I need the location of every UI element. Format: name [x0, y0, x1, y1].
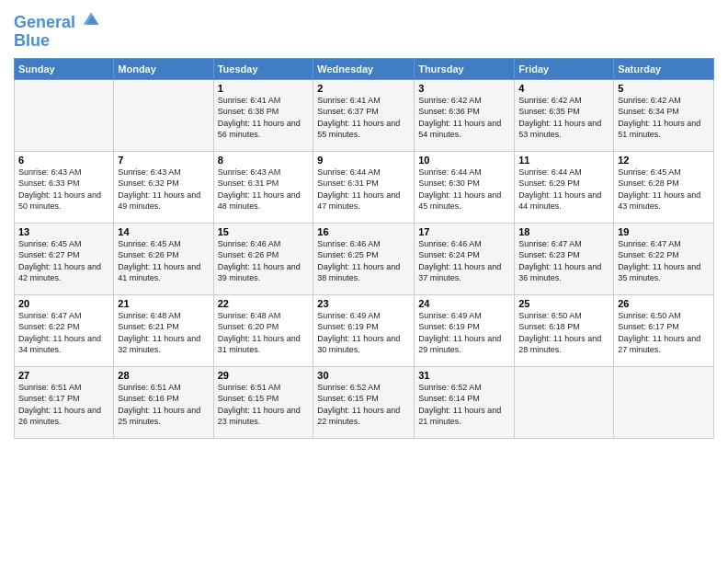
- day-info: Sunrise: 6:43 AMSunset: 6:33 PMDaylight:…: [18, 167, 109, 213]
- calendar-cell: 7Sunrise: 6:43 AMSunset: 6:32 PMDaylight…: [114, 151, 213, 223]
- day-info: Sunrise: 6:51 AMSunset: 6:15 PMDaylight:…: [218, 382, 310, 428]
- day-info: Sunrise: 6:51 AMSunset: 6:16 PMDaylight:…: [118, 382, 209, 428]
- day-number: 3: [418, 83, 510, 94]
- day-info: Sunrise: 6:44 AMSunset: 6:29 PMDaylight:…: [518, 167, 609, 213]
- day-number: 31: [418, 370, 510, 381]
- day-info: Sunrise: 6:47 AMSunset: 6:22 PMDaylight:…: [18, 310, 109, 356]
- calendar-cell: 17Sunrise: 6:46 AMSunset: 6:24 PMDayligh…: [415, 223, 515, 294]
- day-info: Sunrise: 6:46 AMSunset: 6:24 PMDaylight:…: [418, 238, 510, 284]
- calendar-cell: 2Sunrise: 6:41 AMSunset: 6:37 PMDaylight…: [313, 79, 415, 151]
- calendar-cell: [614, 366, 714, 438]
- day-number: 10: [418, 155, 510, 166]
- day-number: 6: [18, 155, 109, 166]
- day-number: 27: [18, 370, 109, 381]
- calendar-cell: 8Sunrise: 6:43 AMSunset: 6:31 PMDaylight…: [213, 151, 313, 223]
- calendar-cell: 16Sunrise: 6:46 AMSunset: 6:25 PMDayligh…: [313, 223, 415, 294]
- day-number: 18: [518, 226, 609, 237]
- day-number: 28: [118, 370, 209, 381]
- calendar-cell: 30Sunrise: 6:52 AMSunset: 6:15 PMDayligh…: [313, 366, 415, 438]
- day-number: 7: [118, 155, 209, 166]
- day-info: Sunrise: 6:41 AMSunset: 6:37 PMDaylight:…: [317, 95, 410, 141]
- main-container: General Blue SundayMondayTuesdayWed: [0, 0, 728, 443]
- calendar-table: SundayMondayTuesdayWednesdayThursdayFrid…: [14, 58, 714, 439]
- calendar-week-5: 27Sunrise: 6:51 AMSunset: 6:17 PMDayligh…: [15, 366, 714, 438]
- calendar-cell: 1Sunrise: 6:41 AMSunset: 6:38 PMDaylight…: [213, 79, 313, 151]
- day-number: 4: [518, 83, 609, 94]
- calendar-cell: 12Sunrise: 6:45 AMSunset: 6:28 PMDayligh…: [614, 151, 714, 223]
- calendar-cell: 26Sunrise: 6:50 AMSunset: 6:17 PMDayligh…: [614, 294, 714, 366]
- calendar-cell: 23Sunrise: 6:49 AMSunset: 6:19 PMDayligh…: [313, 294, 415, 366]
- day-number: 24: [418, 298, 510, 309]
- calendar-cell: 6Sunrise: 6:43 AMSunset: 6:33 PMDaylight…: [15, 151, 114, 223]
- day-number: 29: [218, 370, 310, 381]
- day-info: Sunrise: 6:46 AMSunset: 6:26 PMDaylight:…: [218, 238, 310, 284]
- day-info: Sunrise: 6:45 AMSunset: 6:26 PMDaylight:…: [118, 238, 209, 284]
- day-number: 25: [518, 298, 609, 309]
- calendar-header-wednesday: Wednesday: [313, 58, 415, 79]
- calendar-cell: 25Sunrise: 6:50 AMSunset: 6:18 PMDayligh…: [515, 294, 614, 366]
- day-number: 22: [218, 298, 310, 309]
- day-info: Sunrise: 6:41 AMSunset: 6:38 PMDaylight:…: [218, 95, 310, 141]
- calendar-cell: 21Sunrise: 6:48 AMSunset: 6:21 PMDayligh…: [114, 294, 213, 366]
- day-info: Sunrise: 6:50 AMSunset: 6:17 PMDaylight:…: [618, 310, 710, 356]
- calendar-header-row: SundayMondayTuesdayWednesdayThursdayFrid…: [15, 58, 714, 79]
- calendar-cell: 3Sunrise: 6:42 AMSunset: 6:36 PMDaylight…: [415, 79, 515, 151]
- calendar-header-friday: Friday: [515, 58, 614, 79]
- calendar-cell: 11Sunrise: 6:44 AMSunset: 6:29 PMDayligh…: [515, 151, 614, 223]
- calendar-cell: 5Sunrise: 6:42 AMSunset: 6:34 PMDaylight…: [614, 79, 714, 151]
- calendar-cell: [515, 366, 614, 438]
- calendar-cell: 19Sunrise: 6:47 AMSunset: 6:22 PMDayligh…: [614, 223, 714, 294]
- calendar-cell: 20Sunrise: 6:47 AMSunset: 6:22 PMDayligh…: [15, 294, 114, 366]
- day-info: Sunrise: 6:52 AMSunset: 6:15 PMDaylight:…: [317, 382, 410, 428]
- logo: General Blue: [14, 9, 100, 51]
- day-number: 23: [317, 298, 410, 309]
- day-number: 26: [618, 298, 710, 309]
- calendar-cell: 18Sunrise: 6:47 AMSunset: 6:23 PMDayligh…: [515, 223, 614, 294]
- day-number: 8: [218, 155, 310, 166]
- day-info: Sunrise: 6:45 AMSunset: 6:27 PMDaylight:…: [18, 238, 109, 284]
- calendar-cell: 10Sunrise: 6:44 AMSunset: 6:30 PMDayligh…: [415, 151, 515, 223]
- calendar-header-thursday: Thursday: [415, 58, 515, 79]
- day-info: Sunrise: 6:47 AMSunset: 6:22 PMDaylight:…: [618, 238, 710, 284]
- day-info: Sunrise: 6:42 AMSunset: 6:35 PMDaylight:…: [518, 95, 609, 141]
- day-number: 9: [317, 155, 410, 166]
- logo-blue: Blue: [14, 32, 100, 51]
- day-info: Sunrise: 6:48 AMSunset: 6:21 PMDaylight:…: [118, 310, 209, 356]
- calendar-header-sunday: Sunday: [15, 58, 114, 79]
- day-number: 15: [218, 226, 310, 237]
- calendar-cell: 28Sunrise: 6:51 AMSunset: 6:16 PMDayligh…: [114, 366, 213, 438]
- calendar-cell: 24Sunrise: 6:49 AMSunset: 6:19 PMDayligh…: [415, 294, 515, 366]
- calendar-cell: 14Sunrise: 6:45 AMSunset: 6:26 PMDayligh…: [114, 223, 213, 294]
- calendar-cell: 27Sunrise: 6:51 AMSunset: 6:17 PMDayligh…: [15, 366, 114, 438]
- header: General Blue: [14, 9, 714, 51]
- day-number: 16: [317, 226, 410, 237]
- day-info: Sunrise: 6:51 AMSunset: 6:17 PMDaylight:…: [18, 382, 109, 428]
- day-number: 21: [118, 298, 209, 309]
- calendar-cell: 13Sunrise: 6:45 AMSunset: 6:27 PMDayligh…: [15, 223, 114, 294]
- day-info: Sunrise: 6:42 AMSunset: 6:34 PMDaylight:…: [618, 95, 710, 141]
- calendar-cell: 22Sunrise: 6:48 AMSunset: 6:20 PMDayligh…: [213, 294, 313, 366]
- day-info: Sunrise: 6:46 AMSunset: 6:25 PMDaylight:…: [317, 238, 410, 284]
- day-number: 13: [18, 226, 109, 237]
- day-number: 19: [618, 226, 710, 237]
- day-info: Sunrise: 6:43 AMSunset: 6:32 PMDaylight:…: [118, 167, 209, 213]
- day-info: Sunrise: 6:47 AMSunset: 6:23 PMDaylight:…: [518, 238, 609, 284]
- day-info: Sunrise: 6:49 AMSunset: 6:19 PMDaylight:…: [418, 310, 510, 356]
- calendar-cell: 29Sunrise: 6:51 AMSunset: 6:15 PMDayligh…: [213, 366, 313, 438]
- calendar-header-monday: Monday: [114, 58, 213, 79]
- day-info: Sunrise: 6:43 AMSunset: 6:31 PMDaylight:…: [218, 167, 310, 213]
- day-info: Sunrise: 6:49 AMSunset: 6:19 PMDaylight:…: [317, 310, 410, 356]
- calendar-cell: 31Sunrise: 6:52 AMSunset: 6:14 PMDayligh…: [415, 366, 515, 438]
- calendar-week-3: 13Sunrise: 6:45 AMSunset: 6:27 PMDayligh…: [15, 223, 714, 294]
- logo-icon: [82, 9, 100, 28]
- day-info: Sunrise: 6:50 AMSunset: 6:18 PMDaylight:…: [518, 310, 609, 356]
- calendar-header-saturday: Saturday: [614, 58, 714, 79]
- calendar-week-4: 20Sunrise: 6:47 AMSunset: 6:22 PMDayligh…: [15, 294, 714, 366]
- day-number: 30: [317, 370, 410, 381]
- day-info: Sunrise: 6:48 AMSunset: 6:20 PMDaylight:…: [218, 310, 310, 356]
- day-number: 1: [218, 83, 310, 94]
- day-info: Sunrise: 6:45 AMSunset: 6:28 PMDaylight:…: [618, 167, 710, 213]
- calendar-cell: 9Sunrise: 6:44 AMSunset: 6:31 PMDaylight…: [313, 151, 415, 223]
- calendar-cell: [15, 79, 114, 151]
- day-number: 5: [618, 83, 710, 94]
